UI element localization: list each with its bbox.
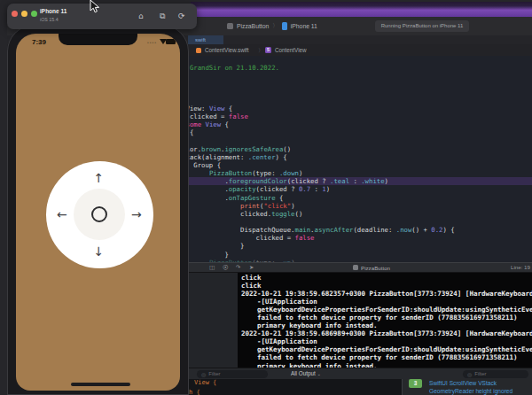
screenshot-icon[interactable]: ⧉: [160, 4, 165, 29]
close-button[interactable]: [12, 11, 18, 17]
minimize-button[interactable]: [21, 11, 27, 17]
device-icon: [282, 22, 287, 30]
simulator-subtitle: iOS 15.4: [40, 17, 59, 22]
notch: [59, 34, 137, 45]
chevron-right-icon: 〉: [258, 44, 263, 56]
struct-symbol-icon: S: [265, 47, 271, 53]
chevron-right-icon: 〉: [272, 22, 278, 30]
background-code-fragment: View {: [194, 379, 216, 387]
jumpbar-file[interactable]: ContentView.swift: [205, 44, 249, 56]
arrow-right-icon[interactable]: →: [131, 208, 142, 221]
continue-icon[interactable]: ➤: [249, 263, 254, 272]
arrow-down-icon[interactable]: ↓: [94, 245, 105, 258]
line-indicator: Line: 19: [511, 263, 530, 272]
app-icon: [353, 265, 358, 270]
swift-file-icon: [196, 48, 201, 53]
cellular-signal-icon: ••••: [147, 40, 157, 45]
debug-process-label: PizzaButton: [353, 263, 390, 272]
app-icon: [227, 23, 233, 29]
home-icon[interactable]: ⌂: [138, 4, 144, 29]
arrow-left-icon[interactable]: ←: [57, 208, 67, 221]
filter-icon: ◎: [201, 371, 206, 377]
breakpoints-icon[interactable]: ⦿: [223, 263, 229, 272]
step-over-icon[interactable]: ↷: [236, 263, 240, 272]
hide-debug-area-icon[interactable]: ◫: [209, 263, 215, 272]
app-screen: 7:39 •••• ↑ ↓ ← →: [16, 34, 180, 391]
scheme-app-label[interactable]: PizzaButton: [237, 23, 269, 29]
simulator-titlebar[interactable]: iPhone 11 iOS 15.4 ⌂ ⧉ ⟳: [7, 4, 197, 29]
mouse-cursor: [90, 0, 99, 14]
desktop: { "colors": { "screen_brown": "#A47C4E",…: [0, 0, 532, 395]
console-output[interactable]: click click 2022-10-21 19:38:59.682357+0…: [238, 273, 532, 368]
rotate-icon[interactable]: ⟳: [178, 4, 185, 29]
scheme-device-label[interactable]: iPhone 11: [291, 23, 317, 29]
console-filter-input[interactable]: ◎ Filter: [463, 370, 528, 378]
simulator-title: iPhone 11: [40, 8, 66, 14]
background-window-titlebar: [191, 2, 532, 17]
jumpbar-symbol[interactable]: ContentView: [275, 44, 307, 56]
tab-contentview-swift[interactable]: swift: [188, 35, 223, 44]
filter-icon: ◎: [467, 371, 472, 377]
arrow-up-icon[interactable]: ↑: [94, 172, 105, 184]
issue-link[interactable]: GeometryReader height ignored: [429, 387, 512, 395]
status-bar-time: 7:39: [32, 38, 46, 46]
activity-status: Running PizzaButton on iPhone 11: [375, 20, 469, 32]
battery-icon: [166, 39, 176, 44]
home-indicator[interactable]: [71, 383, 130, 386]
tab-label: swift: [195, 35, 206, 44]
issue-link[interactable]: SwiftUI ScrollView VStack: [429, 379, 497, 387]
scheme-selector[interactable]: PizzaButton 〉 iPhone 11: [227, 17, 317, 35]
issue-count-badge: 3: [409, 379, 422, 388]
iphone-simulator-device: 7:39 •••• ↑ ↓ ← →: [7, 25, 189, 395]
variables-filter-input[interactable]: ◎ Filter: [197, 370, 268, 378]
chevron-down-icon: ⌄: [317, 371, 321, 376]
zoom-button[interactable]: [31, 11, 37, 17]
output-scope-selector[interactable]: All Output ⌄: [291, 368, 321, 379]
console-log-text: click click 2022-10-21 19:38:59.682357+0…: [241, 274, 532, 368]
joystick-center-ring[interactable]: [91, 206, 107, 222]
joystick-control[interactable]: ↑ ↓ ← →: [46, 161, 153, 268]
background-code-fragment: h {: [189, 389, 200, 395]
